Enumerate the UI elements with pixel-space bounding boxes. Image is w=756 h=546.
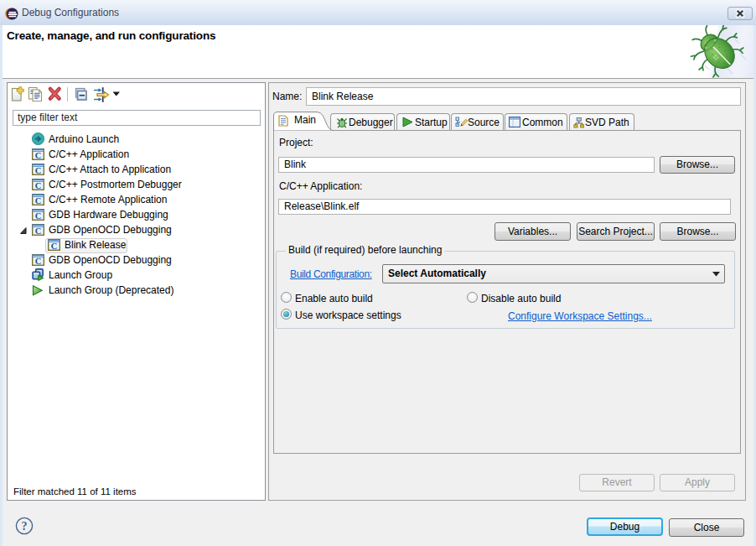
svg-text:?: ? — [22, 520, 28, 533]
